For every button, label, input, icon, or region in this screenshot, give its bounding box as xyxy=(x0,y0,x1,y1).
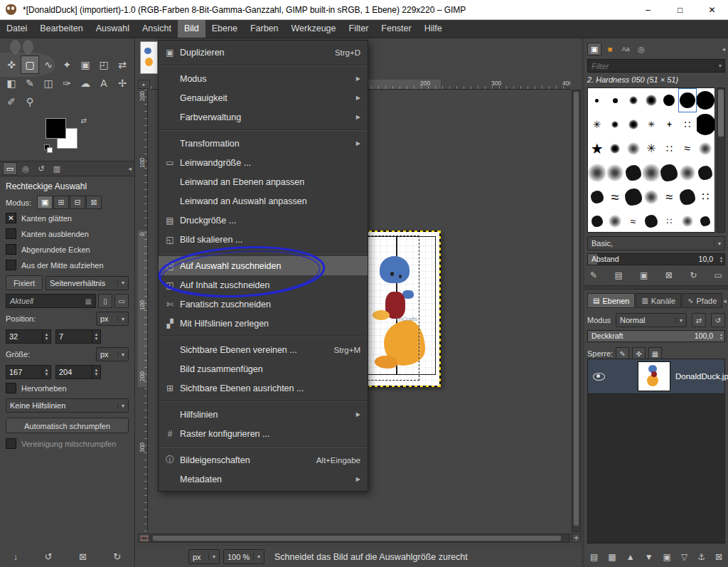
shrink-merged-checkbox[interactable] xyxy=(6,438,16,449)
dock-splitter[interactable] xyxy=(584,285,728,290)
new-layer-icon[interactable]: ▤ xyxy=(590,552,598,562)
rectangle-select-tool[interactable]: ▢ xyxy=(21,55,39,74)
layer-opacity-slider[interactable]: Deckkraft 100,0 ▲▼ xyxy=(587,330,725,342)
menubar-item-filter[interactable]: Filter xyxy=(343,20,375,38)
menu-item-raster-konfigurieren[interactable]: #Raster konfigurieren ... xyxy=(159,424,368,443)
menu-item-leinwandgroesse[interactable]: ▭Leinwandgröße ... xyxy=(159,153,368,172)
spinner-arrows-icon[interactable]: ▲▼ xyxy=(92,366,100,378)
chevron-down-icon[interactable]: ▾ xyxy=(715,63,724,69)
duplicate-brush-icon[interactable]: ▣ xyxy=(640,270,648,280)
color-picker-tool[interactable]: ✐ xyxy=(2,92,21,111)
size-height-spinner[interactable]: 204 ▲▼ xyxy=(55,365,101,379)
menu-item-leinwand-an-ebenen[interactable]: Leinwand an Ebenen anpassen xyxy=(159,172,368,191)
horizontal-scrollbar-thumb[interactable] xyxy=(153,536,561,541)
move-tool[interactable]: ✜ xyxy=(2,55,21,74)
document-history-tab[interactable]: ◎ xyxy=(634,43,648,55)
fonts-tab[interactable]: Aa xyxy=(619,43,633,55)
brush-item[interactable]: ★ xyxy=(588,137,606,161)
menu-item-sichtbare-ebenen-vereinen[interactable]: Sichtbare Ebenen vereinen ...Strg+M xyxy=(159,340,368,359)
brush-filter-input[interactable] xyxy=(588,62,715,70)
tool-options-tab[interactable]: ▭ xyxy=(3,162,17,175)
layer-row[interactable]: DonaldDuck.jp xyxy=(588,359,724,394)
vertical-scrollbar[interactable] xyxy=(572,90,581,532)
brush-item[interactable] xyxy=(678,161,696,185)
panel-menu-icon[interactable]: ◂ xyxy=(723,297,727,304)
kanten-ausblenden-checkbox[interactable] xyxy=(6,228,16,239)
brush-item[interactable] xyxy=(697,209,714,233)
menu-item-transformation[interactable]: Transformation▶ xyxy=(159,134,368,153)
refresh-brushes-icon[interactable]: ↻ xyxy=(690,270,697,280)
brush-scrollbar-thumb[interactable] xyxy=(718,90,724,137)
menubar-item-bild[interactable]: Bild xyxy=(178,20,205,38)
horizontal-scrollbar[interactable] xyxy=(151,534,570,543)
size-unit-dropdown[interactable]: px ▾ xyxy=(96,347,129,361)
layer-thumbnail[interactable] xyxy=(638,361,670,391)
menu-item-genauigkeit[interactable]: Genauigkeit▶ xyxy=(159,88,368,107)
edit-brush-icon[interactable]: ✎ xyxy=(590,270,597,280)
fixed-toggle-button[interactable]: Fixiert xyxy=(6,275,43,290)
brush-item[interactable] xyxy=(678,209,696,233)
mode-replace-button[interactable]: ▣ xyxy=(37,196,53,209)
landscape-orientation-icon[interactable]: ▭ xyxy=(114,294,129,308)
brush-item[interactable]: ≈ xyxy=(624,209,642,233)
menu-item-modus[interactable]: Modus▶ xyxy=(159,69,368,88)
brush-group-dropdown[interactable]: Basic, ▾ xyxy=(587,236,725,250)
delete-tool-preset-icon[interactable]: ⊠ xyxy=(79,551,87,562)
highlight-checkbox[interactable] xyxy=(6,383,16,393)
menu-item-sichtbare-ebenen-ausrichten[interactable]: ⊞Sichtbare Ebenen ausrichten ... xyxy=(159,378,368,398)
menu-item-fanatisch-zuschneiden[interactable]: ✄Fanatisch zuschneiden xyxy=(159,295,368,314)
brush-item[interactable]: ∷ xyxy=(697,185,714,209)
airbrush-tool[interactable]: ✢ xyxy=(113,74,132,92)
save-tool-preset-icon[interactable]: ↓ xyxy=(14,551,18,562)
fuzzy-select-tool[interactable]: ✦ xyxy=(58,55,76,74)
menu-item-bild-zusammenfuegen[interactable]: Bild zusammenfügen xyxy=(159,359,368,378)
menu-item-duplizieren[interactable]: ▣DuplizierenStrg+D xyxy=(159,43,368,62)
brush-item[interactable] xyxy=(606,112,623,137)
swap-colors-icon[interactable]: ⇄ xyxy=(81,117,87,124)
menubar-item-ansicht[interactable]: Ansicht xyxy=(136,20,178,38)
brush-item[interactable]: ✳ xyxy=(642,112,660,137)
menu-item-auf-inhalt-zuschneiden[interactable]: ◰Auf Inhalt zuschneiden xyxy=(159,275,368,295)
position-x-spinner[interactable]: 32 ▲▼ xyxy=(6,329,51,344)
minimize-button[interactable]: – xyxy=(632,0,664,19)
position-unit-dropdown[interactable]: px ▾ xyxy=(96,312,129,326)
brushes-tab[interactable]: ▣ xyxy=(587,43,601,55)
tab-pfade[interactable]: ∿Pfade xyxy=(682,293,722,308)
brush-scrollbar[interactable] xyxy=(717,88,725,233)
auto-shrink-button[interactable]: Automatisch schrumpfen xyxy=(6,418,129,433)
tab-ebenen[interactable]: ▤Ebenen xyxy=(587,293,635,308)
tab-kanäle[interactable]: ▥Kanäle xyxy=(636,293,681,308)
ink-tool[interactable]: ✑ xyxy=(58,74,76,92)
brush-item[interactable] xyxy=(660,88,678,112)
merge-down-icon[interactable]: ▽ xyxy=(681,552,687,562)
brush-item[interactable] xyxy=(624,137,642,161)
panel-menu-icon[interactable]: ◂ xyxy=(722,46,725,53)
menu-item-bildeigenschaften[interactable]: ⓘBildeigenschaftenAlt+Eingabe xyxy=(159,450,368,470)
brush-item[interactable] xyxy=(624,185,642,209)
open-brush-as-image-icon[interactable]: ▭ xyxy=(714,270,722,280)
delete-brush-icon[interactable]: ⊠ xyxy=(665,270,673,280)
brush-spacing-slider[interactable]: Abstand 10,0 ▲▼ xyxy=(587,253,725,265)
raise-layer-icon[interactable]: ▲ xyxy=(626,552,635,562)
menubar-item-hilfe[interactable]: Hilfe xyxy=(418,20,449,38)
transform-tool[interactable]: ◰ xyxy=(95,55,113,74)
image-tab[interactable] xyxy=(140,41,158,74)
brush-item[interactable]: ≈ xyxy=(660,185,678,209)
crop-tool[interactable]: ▣ xyxy=(76,55,95,74)
spinner-arrows-icon[interactable]: ▲▼ xyxy=(42,366,50,378)
brush-item[interactable] xyxy=(588,161,606,185)
free-select-tool[interactable]: ∿ xyxy=(39,55,58,74)
brush-item[interactable] xyxy=(642,161,660,185)
quick-mask-toggle[interactable] xyxy=(138,534,150,543)
kanten-glaetten-checkbox[interactable]: ✕ xyxy=(6,213,16,223)
menubar-item-farben[interactable]: Farben xyxy=(244,20,285,38)
menu-item-druckgroesse[interactable]: ▤Druckgröße ... xyxy=(159,211,368,230)
new-layer-group-icon[interactable]: ▦ xyxy=(608,552,616,562)
reset-mode-icon[interactable]: ↺ xyxy=(711,313,725,327)
brush-item[interactable] xyxy=(606,88,623,112)
spinner-arrows-icon[interactable]: ▲▼ xyxy=(42,330,50,343)
switch-mode-group-icon[interactable]: ⇄ xyxy=(692,313,706,327)
brush-item[interactable] xyxy=(588,88,606,112)
brush-item[interactable] xyxy=(588,185,606,209)
lower-layer-icon[interactable]: ▼ xyxy=(645,552,653,562)
